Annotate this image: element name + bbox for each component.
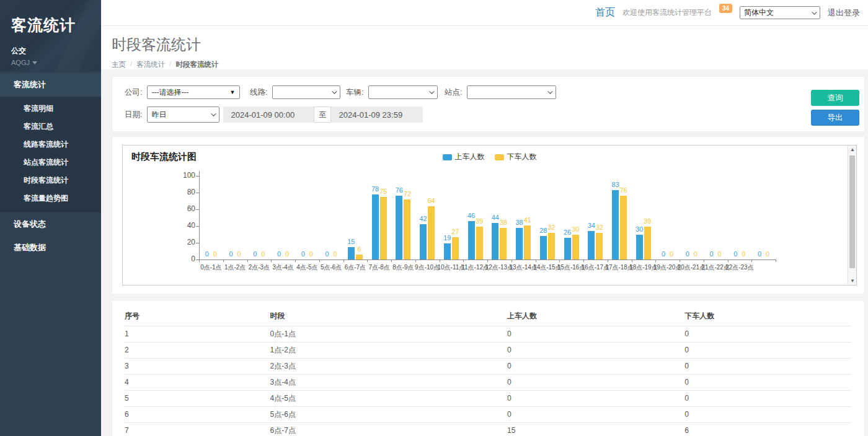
sidebar-nav: 客流统计客流明细客流汇总线路客流统计站点客流统计时段客流统计客流量趋势图设备状态… <box>0 73 101 259</box>
line-label: 线路: <box>250 87 267 98</box>
y-axis-label: 0 <box>170 255 195 263</box>
table-cell: 0 <box>507 326 684 342</box>
table-cell: 0 <box>684 374 852 390</box>
org-selector[interactable]: AQGJ <box>11 59 101 66</box>
legend-item-上车人数[interactable]: 上车人数 <box>443 152 485 162</box>
chart-panel: 时段车流统计图 上车人数下车人数 0204060801000点-1点001点-2… <box>112 136 865 294</box>
sidebar-item-站点客流统计[interactable]: 站点客流统计 <box>0 154 101 172</box>
bar-value-label: 38 <box>516 219 523 226</box>
table-cell: 0点-1点 <box>270 326 507 342</box>
bar-上车人数 <box>396 196 402 259</box>
x-axis-tick <box>776 259 776 262</box>
station-select[interactable] <box>467 85 556 99</box>
y-axis-label: 80 <box>170 188 195 196</box>
table-cell: 0 <box>507 342 684 358</box>
bar-上车人数 <box>372 194 379 259</box>
sidebar-item-客流汇总[interactable]: 客流汇总 <box>0 118 101 136</box>
x-axis-tick <box>680 259 680 262</box>
bar-上车人数 <box>516 228 523 259</box>
sidebar-item-线路客流统计[interactable]: 线路客流统计 <box>0 136 101 154</box>
home-link[interactable]: 首页 <box>595 6 615 19</box>
scrollbar-thumb[interactable] <box>849 155 855 268</box>
x-axis-tick <box>415 259 416 262</box>
table-header-上车人数: 上车人数 <box>507 307 684 326</box>
company-select[interactable]: ---请选择--- ▼ <box>147 85 240 99</box>
bar-上车人数 <box>348 247 355 259</box>
scroll-down-icon[interactable]: ▼ <box>848 277 857 285</box>
bar-value-label: 44 <box>492 214 499 221</box>
bar-下车人数 <box>452 237 459 259</box>
bar-value-label: 0 <box>285 250 289 258</box>
chart-legend: 上车人数下车人数 <box>443 152 537 162</box>
y-axis-line <box>199 171 200 259</box>
company-select-value: ---请选择--- <box>151 87 188 98</box>
table-row: 21点-2点00 <box>125 342 852 358</box>
legend-swatch <box>495 154 504 160</box>
sidebar-group-基础数据[interactable]: 基础数据 <box>0 236 101 259</box>
x-axis-tick <box>728 259 728 262</box>
table-header-序号: 序号 <box>125 307 270 326</box>
bar-下车人数 <box>428 206 435 259</box>
bar-value-label: 32 <box>547 224 555 231</box>
table-cell: 0 <box>684 390 852 406</box>
sidebar-item-客流明细[interactable]: 客流明细 <box>0 100 101 118</box>
bar-上车人数 <box>564 238 571 259</box>
hourly-stats-table: 序号时段上车人数下车人数 10点-1点0021点-2点0032点-3点0043点… <box>125 307 852 436</box>
sidebar: 客流统计 公交 AQGJ 客流统计客流明细客流汇总线路客流统计站点客流统计时段客… <box>0 0 101 436</box>
y-axis-label: 100 <box>170 171 195 180</box>
date-range-separator: 至 <box>314 107 331 123</box>
chart-vertical-scrollbar[interactable]: ▲ ▼ <box>848 146 856 285</box>
sidebar-item-时段客流统计[interactable]: 时段客流统计 <box>0 172 101 190</box>
bar-value-label: 0 <box>301 250 305 258</box>
bar-上车人数 <box>636 235 643 260</box>
table-cell: 6点-7点 <box>270 422 507 436</box>
bar-value-label: 30 <box>636 225 643 233</box>
table-row: 76点-7点156 <box>125 422 852 436</box>
bar-value-label: 0 <box>213 250 217 258</box>
bar-value-label: 34 <box>588 222 595 229</box>
date-preset-select[interactable]: 昨日 <box>147 107 219 123</box>
x-axis-tick <box>247 259 248 262</box>
chart-plot: 0204060801000点-1点001点-2点002点-3点003点-4点00… <box>199 176 776 259</box>
sidebar-logo: 客流统计 公交 AQGJ <box>0 0 101 71</box>
table-cell: 15 <box>507 422 684 436</box>
legend-item-下车人数[interactable]: 下车人数 <box>495 152 537 162</box>
line-select[interactable] <box>272 85 340 99</box>
sidebar-item-客流量趋势图[interactable]: 客流量趋势图 <box>0 190 101 207</box>
chart-box: 时段车流统计图 上车人数下车人数 0204060801000点-1点001点-2… <box>122 145 857 286</box>
bar-value-label: 0 <box>766 250 769 258</box>
language-select[interactable]: 简体中文 <box>740 6 820 19</box>
x-axis-tick <box>343 259 344 262</box>
breadcrumb-item[interactable]: 客流统计 <box>136 60 165 69</box>
sidebar-group-设备状态[interactable]: 设备状态 <box>0 212 101 236</box>
bar-value-label: 28 <box>539 227 547 234</box>
table-header-时段: 时段 <box>270 307 507 326</box>
x-axis-tick <box>223 259 224 262</box>
bar-下车人数 <box>572 235 579 260</box>
notification-badge: 34 <box>719 4 732 13</box>
sidebar-submenu: 客流明细客流汇总线路客流统计站点客流统计时段客流统计客流量趋势图 <box>0 97 101 212</box>
export-button[interactable]: 导出 <box>811 110 859 126</box>
sidebar-group-客流统计[interactable]: 客流统计 <box>0 73 101 97</box>
org-name: 公交 <box>11 46 101 56</box>
org-code-label: AQGJ <box>11 59 30 66</box>
bar-上车人数 <box>588 231 595 259</box>
breadcrumb-item: 时段客流统计 <box>175 60 218 69</box>
triangle-down-icon: ▼ <box>230 90 236 95</box>
bar-下车人数 <box>620 196 627 259</box>
topbar: 首页 欢迎使用客流统计管理平台 34 简体中文 退出登录 <box>101 0 868 26</box>
scroll-up-icon[interactable]: ▲ <box>848 146 857 154</box>
bar-value-label: 19 <box>443 234 451 242</box>
breadcrumb-item[interactable]: 主页 <box>112 60 126 69</box>
logout-link[interactable]: 退出登录 <box>828 7 860 19</box>
bar-下车人数 <box>644 227 651 259</box>
bar-value-label: 39 <box>476 217 483 225</box>
date-to-input[interactable]: 2024-01-09 23:59 <box>331 107 423 123</box>
date-from-input[interactable]: 2024-01-09 00:00 <box>223 107 314 123</box>
bar-上车人数 <box>468 221 475 259</box>
vehicle-select[interactable] <box>368 85 438 99</box>
query-button[interactable]: 查询 <box>811 90 859 106</box>
chevron-down-icon <box>332 89 337 94</box>
x-axis-label: 7点-8点 <box>368 263 389 272</box>
x-axis-label: 5点-6点 <box>321 263 342 272</box>
